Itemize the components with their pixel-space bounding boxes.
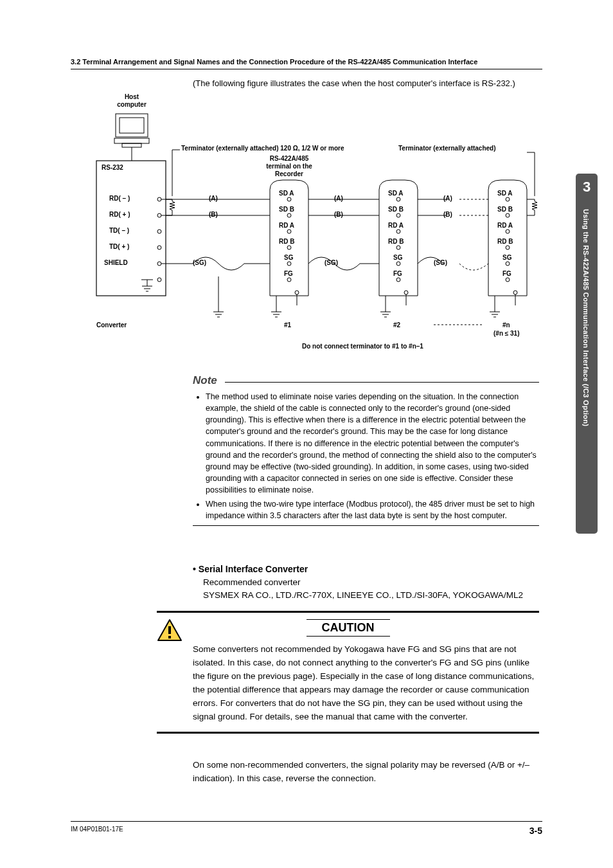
svg-point-38 (396, 246, 400, 249)
wire-b-1: (B) (209, 211, 218, 218)
wire-b-2: (B) (334, 211, 343, 218)
svg-point-6 (157, 197, 161, 201)
wire-a-3: (A) (443, 195, 452, 202)
svg-point-37 (396, 230, 400, 233)
chapter-side-tab: 3 Using the RS-422A/485 Communication In… (576, 174, 598, 534)
caution-body: Some converters not recommended by Yokog… (193, 643, 539, 724)
unitn-sub-label: (#n ≤ 31) (493, 330, 520, 337)
post-caution-text: On some non-recommended converters, the … (193, 759, 539, 786)
svg-point-49 (506, 230, 510, 233)
svg-point-40 (396, 278, 400, 282)
wire-sg-3: (SG) (434, 259, 447, 266)
unitn-label: #n (502, 321, 510, 329)
rs422-label-1: RS-422A/485 (263, 155, 315, 162)
svg-rect-2 (114, 138, 149, 143)
svg-point-24 (287, 213, 291, 217)
svg-rect-81 (168, 636, 171, 638)
svg-rect-80 (168, 626, 171, 634)
serial-converter-section: • Serial Interface Converter Recommended… (193, 563, 539, 602)
chapter-title: Using the RS-422A/485 Communication Inte… (582, 209, 590, 426)
serial-title: • Serial Interface Converter (193, 563, 539, 576)
rec1-rdb: RD B (279, 238, 294, 245)
section-header: 3.2 Terminal Arrangement and Signal Name… (71, 58, 542, 69)
page-footer: IM 04P01B01-17E 3-5 (71, 821, 542, 836)
page-number: 3-5 (529, 826, 542, 836)
svg-point-52 (506, 278, 510, 282)
note-item-2: When using the two-wire type interface (… (206, 498, 539, 521)
svg-point-47 (506, 197, 510, 201)
rec1-fg: FG (284, 270, 293, 277)
connection-diagram: Host computer RS-232 Terminator (externa… (77, 93, 546, 363)
svg-rect-5 (96, 161, 166, 296)
rec2-fg: FG (393, 270, 402, 277)
svg-rect-0 (116, 114, 148, 137)
rs422-label-3: Recorder (267, 170, 312, 177)
rs422-label-2: terminal on the (260, 163, 318, 170)
serial-sub: Recommended converter (203, 576, 539, 589)
note-rule-top (225, 382, 539, 383)
rs232-label: RS-232 (102, 164, 123, 171)
wire-a-1: (A) (209, 195, 218, 202)
pin-rd-minus: RD( – ) (109, 195, 130, 202)
doc-code: IM 04P01B01-17E (71, 826, 123, 833)
note-label: Note (193, 374, 222, 387)
svg-point-23 (287, 197, 291, 201)
svg-point-35 (396, 197, 400, 201)
svg-point-10 (157, 262, 161, 266)
terminator-right-label: Terminator (externally attached) (398, 145, 496, 152)
svg-point-48 (506, 213, 510, 217)
rec1-rda: RD A (279, 222, 294, 229)
pin-rd-plus: RD( + ) (109, 211, 130, 218)
recn-sdb: SD B (497, 206, 513, 213)
unit1-label: #1 (284, 321, 291, 329)
recn-rda: RD A (497, 222, 513, 229)
recn-sg: SG (502, 254, 511, 261)
svg-point-29 (295, 291, 299, 294)
svg-rect-1 (120, 118, 144, 133)
unit2-label: #2 (393, 321, 400, 329)
rec2-sg: SG (393, 254, 402, 261)
host-label2: computer (109, 101, 154, 108)
svg-point-28 (287, 278, 291, 282)
rec1-sdb: SD B (279, 206, 294, 213)
pin-td-minus: TD( – ) (109, 227, 129, 234)
recn-rdb: RD B (497, 238, 513, 245)
rec1-sda: SD A (279, 190, 294, 197)
recn-sda: SD A (497, 190, 513, 197)
svg-point-27 (287, 262, 291, 266)
svg-point-7 (157, 213, 161, 217)
wire-sg-1: (SG) (193, 259, 206, 266)
rec2-sda: SD A (388, 190, 404, 197)
rec2-sdb: SD B (388, 206, 404, 213)
svg-point-26 (287, 246, 291, 249)
rec2-rda: RD A (388, 222, 404, 229)
svg-point-9 (157, 246, 161, 249)
svg-point-51 (506, 262, 510, 266)
warning-icon (157, 619, 182, 642)
svg-point-25 (287, 230, 291, 233)
converter-label: Converter (96, 321, 127, 329)
rec2-rdb: RD B (388, 238, 404, 245)
svg-point-41 (404, 291, 408, 294)
svg-rect-3 (122, 143, 141, 147)
svg-point-11 (157, 278, 161, 282)
terminator-note: Do not connect terminator to #1 to #n–1 (302, 343, 423, 350)
svg-point-8 (157, 230, 161, 233)
pin-td-plus: TD( + ) (109, 243, 129, 250)
wire-a-2: (A) (334, 195, 343, 202)
note-block: Note The method used to eliminate noise … (193, 374, 539, 526)
caution-title: CAUTION (306, 619, 390, 637)
caution-block: CAUTION Some converters not recommended … (157, 611, 539, 734)
svg-point-39 (396, 262, 400, 266)
rec1-sg: SG (284, 254, 293, 261)
serial-list: SYSMEX RA CO., LTD./RC-770X, LINEEYE CO.… (203, 589, 539, 602)
svg-point-50 (506, 246, 510, 249)
note-item-1: The method used to eliminate noise varie… (206, 391, 539, 496)
chapter-number: 3 (576, 179, 598, 195)
recn-fg: FG (502, 270, 511, 277)
note-rule-bottom (193, 525, 539, 526)
wire-sg-2: (SG) (324, 259, 338, 266)
svg-point-53 (513, 291, 517, 294)
intro-text: (The following figure illustrates the ca… (193, 78, 539, 88)
pin-shield: SHIELD (104, 259, 128, 266)
